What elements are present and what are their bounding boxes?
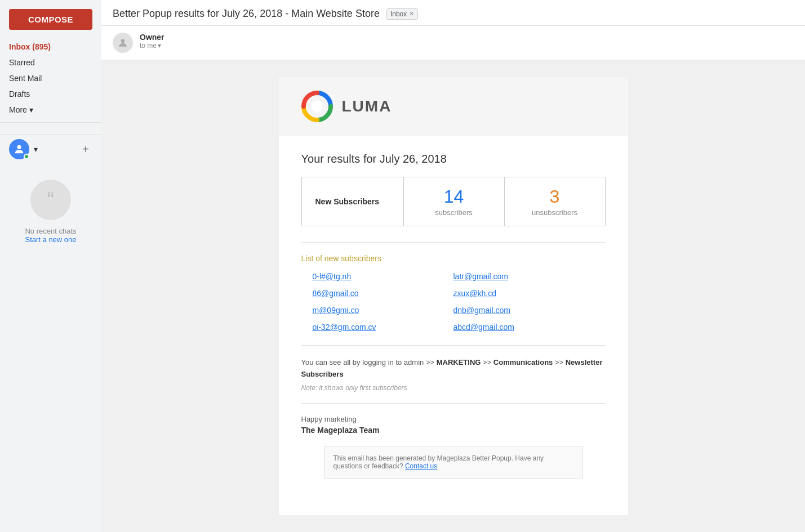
sidebar-item-sent[interactable]: Sent Mail: [0, 70, 95, 86]
email-header: Better Popup results for July 26, 2018 -…: [101, 0, 805, 26]
subscribers-sublabel: subscribers: [435, 208, 472, 217]
svg-point-0: [17, 145, 21, 149]
luma-header: LUMA: [279, 77, 628, 136]
luma-brand-title: LUMA: [342, 97, 392, 115]
sender-avatar: [113, 33, 133, 53]
new-subscribers-label: New Subscribers: [302, 177, 403, 226]
results-heading: Your results for July 26, 2018: [301, 153, 606, 166]
unsubscribers-sublabel: unsubscribers: [532, 208, 577, 217]
footer-contact-link[interactable]: Contact us: [405, 462, 437, 470]
subscriber-email-4b[interactable]: abcd@gmail.com: [453, 323, 594, 332]
add-chat-button[interactable]: +: [79, 142, 92, 156]
tome-chevron-icon: ▾: [158, 42, 161, 50]
sidebar-item-drafts[interactable]: Drafts: [0, 86, 95, 102]
subscriber-email-2a[interactable]: 86@gmail.co: [313, 289, 453, 298]
email-footer: This email has been generated by Magepla…: [324, 446, 583, 479]
inbox-badge: Inbox ✕: [386, 8, 418, 20]
subscriber-email-1a[interactable]: 0-l#@tg.nh: [313, 272, 453, 281]
email-body: Owner to me ▾: [101, 26, 805, 532]
list-heading: List of new subscribers: [301, 254, 606, 263]
subscriber-email-4a[interactable]: oi-32@gm.com.cv: [313, 323, 453, 332]
email-card: LUMA Your results for July 26, 2018 New …: [279, 77, 628, 515]
luma-logo-icon: [301, 91, 333, 122]
chevron-down-icon: ▾: [29, 105, 33, 114]
subscribers-count: 14: [444, 186, 464, 207]
avatar: [9, 139, 29, 159]
account-dropdown-icon[interactable]: ▾: [34, 145, 38, 154]
sender-name: Owner: [140, 33, 164, 42]
subscriber-email-3b[interactable]: dnb@gmail.com: [453, 306, 594, 315]
no-recent-chats-label: No recent chats: [25, 227, 76, 235]
sender-row: Owner to me ▾: [101, 26, 805, 60]
subscribers-count-col: 14 subscribers: [404, 177, 504, 226]
email-content-area: LUMA Your results for July 26, 2018 New …: [101, 60, 805, 532]
unsubscribers-count-col: 3 unsubscribers: [505, 177, 605, 226]
subscriber-list: 0-l#@tg.nh latr@gmail.com 86@gmail.co zx…: [301, 272, 606, 332]
sidebar-item-inbox[interactable]: Inbox (895): [0, 39, 95, 55]
note-text: Note: it shows only first subscribers: [301, 384, 606, 392]
divider-2: [301, 345, 606, 346]
sidebar-item-more[interactable]: More ▾: [0, 102, 101, 118]
stats-box: New Subscribers 14 subscribers 3 unsubsc…: [301, 177, 606, 226]
svg-point-1: [121, 39, 125, 43]
sidebar-item-starred[interactable]: Starred: [0, 55, 95, 70]
happy-marketing-text: Happy marketing: [301, 415, 606, 423]
online-indicator: [24, 154, 29, 159]
start-new-chat-link[interactable]: Start a new one: [25, 235, 76, 244]
footer-text: This email has been generated by Magepla…: [333, 454, 544, 470]
svg-point-3: [312, 101, 323, 112]
chat-section: “ No recent chats Start a new one: [0, 175, 101, 527]
inbox-badge-label: Inbox: [390, 10, 407, 18]
subscriber-email-3a[interactable]: m@09gmi.co: [313, 306, 453, 315]
sidebar: COMPOSE Inbox (895) Starred Sent Mail Dr…: [0, 0, 101, 532]
divider-3: [301, 403, 606, 404]
subscriber-email-2b[interactable]: zxux@kh.cd: [453, 289, 594, 298]
unsubscribers-count: 3: [550, 186, 560, 207]
sidebar-chat-section: ▾ +: [0, 134, 101, 164]
admin-text: You can see all by logging in to admin >…: [301, 357, 606, 381]
results-section: Your results for July 26, 2018 New Subsc…: [279, 136, 628, 512]
divider-1: [301, 242, 606, 243]
sender-tome[interactable]: to me ▾: [140, 42, 164, 50]
inbox-badge-close[interactable]: ✕: [409, 10, 414, 17]
chat-bubble-icon: “: [30, 180, 71, 220]
compose-button[interactable]: COMPOSE: [9, 9, 92, 30]
sender-info: Owner to me ▾: [140, 33, 164, 50]
main-panel: Better Popup results for July 26, 2018 -…: [101, 0, 805, 532]
team-name-text: The Mageplaza Team: [301, 426, 606, 435]
subscriber-email-1b[interactable]: latr@gmail.com: [453, 272, 594, 281]
email-subject: Better Popup results for July 26, 2018 -…: [113, 8, 380, 20]
